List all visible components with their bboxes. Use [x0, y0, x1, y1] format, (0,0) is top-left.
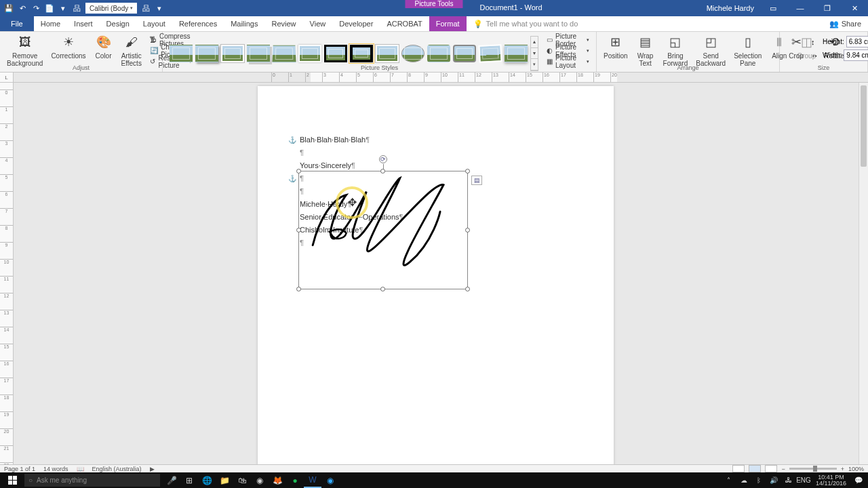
resize-handle[interactable]: [465, 287, 470, 291]
resize-handle[interactable]: [296, 169, 301, 174]
page-indicator[interactable]: Page 1 of 1: [4, 466, 35, 472]
recording-icon[interactable]: ◉: [321, 472, 339, 488]
color-button[interactable]: 🎨Color: [92, 33, 116, 61]
close-button[interactable]: ✕: [841, 0, 868, 16]
remove-background-button[interactable]: 🖼Remove Background: [4, 33, 45, 68]
word-count[interactable]: 14 words: [43, 466, 68, 472]
qat-more[interactable]: ▾: [155, 3, 164, 13]
document-canvas[interactable]: ⚓Blah·Blah·Blah·Blah¶ ¶ Yours·Sincerely¶…: [14, 83, 868, 472]
tell-me[interactable]: 💡Tell me what you want to do: [467, 16, 585, 31]
rotate-handle[interactable]: ⟳: [379, 155, 387, 163]
style-thumb[interactable]: [324, 45, 347, 62]
style-thumb[interactable]: [247, 45, 270, 62]
file-tab[interactable]: File: [0, 16, 34, 31]
zoom-level[interactable]: 100%: [848, 466, 864, 472]
volume-icon[interactable]: 🔊: [767, 472, 781, 488]
proofing-icon[interactable]: 📖: [77, 466, 84, 472]
artistic-effects-button[interactable]: 🖌Artistic Effects: [119, 33, 144, 68]
org-icon[interactable]: 品: [141, 3, 151, 13]
read-mode-button[interactable]: [732, 465, 745, 472]
redo-icon[interactable]: ↷: [31, 3, 41, 13]
explorer-icon[interactable]: 📁: [216, 472, 233, 488]
save-icon[interactable]: 💾: [4, 3, 14, 13]
print-layout-button[interactable]: [749, 465, 761, 472]
style-thumb[interactable]: [401, 45, 425, 62]
style-thumb[interactable]: [195, 45, 218, 62]
hierarchy-icon[interactable]: 品: [72, 3, 81, 13]
send-backward-button[interactable]: ◰Send Backward: [693, 33, 728, 68]
developer-tab[interactable]: Developer: [332, 16, 380, 31]
lang-indicator[interactable]: ENG: [797, 472, 810, 488]
resize-handle[interactable]: [380, 169, 385, 174]
resize-handle[interactable]: [465, 228, 470, 232]
layout-tab[interactable]: Layout: [136, 16, 172, 31]
style-thumb[interactable]: [376, 45, 399, 62]
view-tab[interactable]: View: [303, 16, 333, 31]
zoom-out-button[interactable]: −: [781, 466, 785, 472]
bluetooth-icon[interactable]: ᛒ: [752, 472, 766, 488]
firefox-icon[interactable]: 🦊: [269, 472, 286, 488]
resize-handle[interactable]: [380, 287, 385, 291]
undo-icon[interactable]: ↶: [18, 3, 27, 13]
style-thumb[interactable]: [478, 44, 502, 63]
mic-icon[interactable]: 🎤: [163, 472, 180, 488]
store-icon[interactable]: 🛍: [233, 472, 251, 488]
edge-icon[interactable]: 🌐: [198, 472, 216, 488]
task-view-button[interactable]: ⊞: [180, 472, 198, 488]
zoom-slider[interactable]: [789, 468, 837, 470]
style-thumb[interactable]: [453, 45, 476, 62]
cortana-search[interactable]: ○Ask me anything: [24, 474, 160, 487]
home-tab[interactable]: Home: [34, 16, 67, 31]
style-thumb-selected[interactable]: [350, 45, 373, 62]
share-button[interactable]: 👥Share: [823, 16, 868, 31]
web-layout-button[interactable]: [765, 465, 777, 472]
insert-tab[interactable]: Insert: [67, 16, 100, 31]
style-thumb[interactable]: [170, 45, 193, 62]
acrobat-tab[interactable]: ACROBAT: [380, 16, 429, 31]
notifications-icon[interactable]: 💬: [852, 472, 865, 488]
ribbon-options-icon[interactable]: ▭: [760, 0, 787, 16]
network-icon[interactable]: 🖧: [782, 472, 795, 488]
clock[interactable]: 10:41 PM14/11/2016: [812, 474, 850, 487]
onedrive-icon[interactable]: ☁: [737, 472, 751, 488]
tray-up-icon[interactable]: ˄: [722, 472, 736, 488]
style-thumb[interactable]: [427, 45, 450, 62]
crop-button[interactable]: ✂Crop: [784, 33, 808, 61]
width-input[interactable]: [844, 49, 868, 61]
start-button[interactable]: [0, 472, 24, 488]
resize-handle[interactable]: [296, 228, 301, 232]
format-tab[interactable]: Format: [429, 16, 467, 31]
vertical-ruler[interactable]: 012345678910111213141516171819202122: [0, 83, 14, 472]
spotify-icon[interactable]: ●: [286, 472, 304, 488]
language-indicator[interactable]: English (Australia): [92, 466, 142, 472]
macro-icon[interactable]: ▶: [150, 466, 155, 472]
minimize-button[interactable]: —: [787, 0, 814, 16]
corrections-button[interactable]: ☀Corrections: [48, 33, 88, 61]
restore-button[interactable]: ❐: [814, 0, 841, 16]
selection-pane-button[interactable]: ▯Selection Pane: [731, 33, 764, 68]
review-tab[interactable]: Review: [265, 16, 303, 31]
zoom-in-button[interactable]: +: [841, 466, 844, 472]
vertical-scrollbar[interactable]: [859, 83, 868, 472]
style-thumb[interactable]: [505, 45, 528, 62]
style-thumb[interactable]: [272, 45, 296, 63]
resize-handle[interactable]: [296, 287, 301, 291]
position-button[interactable]: ⊞Position: [601, 33, 631, 61]
bring-forward-button[interactable]: ◱Bring Forward: [660, 33, 691, 68]
style-thumb[interactable]: [298, 45, 321, 62]
font-selector[interactable]: Calibri (Body: [85, 3, 137, 14]
selected-picture[interactable]: ⟳ ▤: [298, 171, 468, 289]
style-thumb[interactable]: [221, 45, 244, 62]
user-name[interactable]: Michele Hardy: [701, 4, 760, 12]
chrome-icon[interactable]: ◉: [251, 472, 269, 488]
design-tab[interactable]: Design: [100, 16, 136, 31]
references-tab[interactable]: References: [172, 16, 224, 31]
horizontal-ruler[interactable]: L 01234567891011121314151617181920: [0, 73, 868, 83]
word-icon[interactable]: W: [304, 472, 321, 488]
wrap-text-button[interactable]: ▤Wrap Text: [633, 33, 658, 68]
mailings-tab[interactable]: Mailings: [224, 16, 264, 31]
qat-icon[interactable]: 📄: [45, 3, 54, 13]
layout-options-button[interactable]: ▤: [471, 176, 482, 185]
resize-handle[interactable]: [465, 169, 470, 174]
height-input[interactable]: [846, 36, 868, 47]
